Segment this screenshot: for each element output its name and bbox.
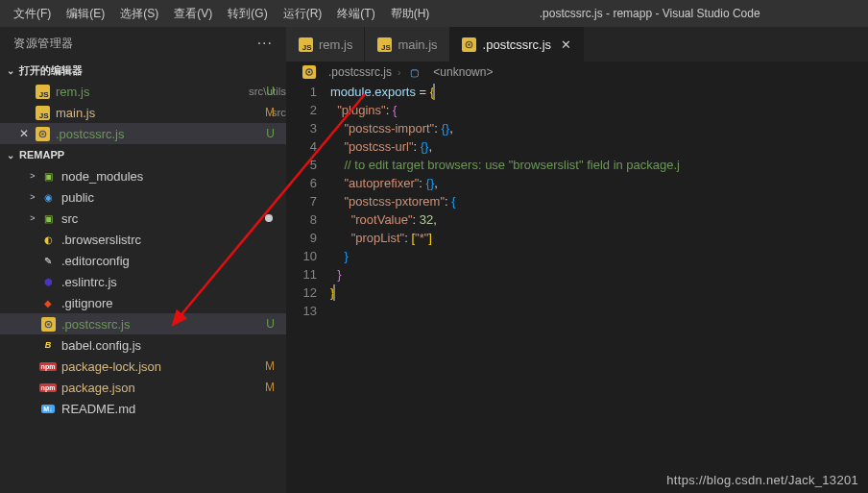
chevron-down-icon: ⌄ <box>4 150 17 160</box>
tab-label: main.js <box>398 37 437 52</box>
close-icon[interactable]: ✕ <box>561 37 571 52</box>
project-header[interactable]: ⌄ REMAPP <box>0 144 286 165</box>
tree-file[interactable]: .postcssrc.jsU <box>0 313 286 334</box>
editor-tab[interactable]: JSrem.js <box>286 27 365 62</box>
markdown-icon: M↓ <box>40 401 56 416</box>
open-editor-item[interactable]: JSrem.jssrc\utilsU <box>0 81 286 102</box>
package-folder-icon: ▣ <box>40 168 56 184</box>
svg-point-11 <box>308 71 310 73</box>
svg-point-2 <box>41 133 44 136</box>
editor-tabs: JSrem.jsJSmain.js.postcssrc.js✕ <box>286 27 868 62</box>
tree-label: package-lock.json <box>61 359 286 374</box>
tree-file[interactable]: npmpackage-lock.jsonM <box>0 356 286 377</box>
tree-folder[interactable]: >◉public <box>0 186 286 208</box>
tree-label: .browserslistrc <box>61 233 286 247</box>
chevron-icon: > <box>27 192 38 202</box>
tree-label: README.md <box>61 402 286 416</box>
symbol-icon: ▢ <box>406 64 422 80</box>
editor-area: JSrem.jsJSmain.js.postcssrc.js✕ .postcss… <box>286 27 868 493</box>
editor-tab[interactable]: .postcssrc.js✕ <box>450 27 585 62</box>
tree-file[interactable]: ◐.browserslistrc <box>0 229 286 250</box>
menu-item[interactable]: 查看(V) <box>166 7 220 20</box>
git-badge: M <box>265 381 275 394</box>
browserslist-icon: ◐ <box>40 232 56 247</box>
svg-point-5 <box>47 323 50 326</box>
src-folder-icon: ▣ <box>40 210 56 226</box>
modified-dot <box>265 214 273 222</box>
chevron-right-icon: › <box>398 67 400 78</box>
svg-point-8 <box>468 43 470 46</box>
js-icon: JS <box>35 84 50 99</box>
tree-label: src <box>61 211 286 226</box>
tab-label: rem.js <box>319 37 352 52</box>
file-label: .postcssrc.js <box>56 127 286 141</box>
git-badge: U <box>266 127 275 140</box>
tree-label: .gitignore <box>61 296 286 310</box>
tree-file[interactable]: M↓README.md <box>0 398 286 419</box>
menu-item[interactable]: 运行(R) <box>276 7 330 20</box>
gear-js-icon <box>40 316 56 332</box>
menu-item[interactable]: 帮助(H) <box>383 7 438 20</box>
git-icon: ◆ <box>40 295 56 310</box>
tree-folder[interactable]: >▣src <box>0 208 286 229</box>
gear-js-icon <box>35 126 50 141</box>
js-icon: JS <box>376 37 392 52</box>
tree-label: public <box>61 190 286 205</box>
file-label: rem.js <box>56 85 243 99</box>
line-gutter: 12345678910111213 <box>286 83 330 320</box>
git-badge: M <box>265 106 275 119</box>
npm-icon: npm <box>40 380 56 395</box>
tree-label: package.json <box>61 381 286 395</box>
menu-bar: 文件(F)编辑(E)选择(S)查看(V)转到(G)运行(R)终端(T)帮助(H)… <box>0 0 868 27</box>
tree-label: node_modules <box>61 169 286 184</box>
editorconfig-icon: ✎ <box>40 253 56 268</box>
chevron-down-icon: ⌄ <box>4 65 17 76</box>
breadcrumb[interactable]: .postcssrc.js › ▢ <unknown> <box>286 62 868 83</box>
open-editor-item[interactable]: JSmain.jssrcM <box>0 102 286 123</box>
more-icon[interactable]: ··· <box>257 35 273 52</box>
npm-icon: npm <box>40 358 56 374</box>
chevron-icon: > <box>27 213 38 223</box>
menu-item[interactable]: 选择(S) <box>112 7 166 20</box>
chevron-icon: > <box>27 171 38 181</box>
tree-file[interactable]: Bbabel.config.js <box>0 334 286 356</box>
tree-file[interactable]: ◆.gitignore <box>0 292 286 313</box>
tree-label: .postcssrc.js <box>61 317 286 332</box>
code-editor[interactable]: 12345678910111213 module.exports = { "pl… <box>286 83 868 320</box>
file-label: main.js <box>56 106 266 120</box>
js-icon: JS <box>298 37 313 52</box>
gear-js-icon <box>462 37 477 52</box>
tree-label: babel.config.js <box>61 338 286 353</box>
tree-label: .eslintrc.js <box>61 275 286 289</box>
explorer-title: 资源管理器 <box>13 37 74 51</box>
code-content[interactable]: module.exports = { "plugins": { "postcss… <box>330 83 868 320</box>
menu-item[interactable]: 文件(F) <box>6 7 59 20</box>
window-title: .postcssrc.js - remapp - Visual Studio C… <box>437 7 862 20</box>
public-folder-icon: ◉ <box>40 189 56 205</box>
open-editors-header[interactable]: ⌄ 打开的编辑器 <box>0 60 286 81</box>
tree-folder[interactable]: >▣node_modules <box>0 165 286 186</box>
tree-label: .editorconfig <box>61 254 286 268</box>
tree-file[interactable]: npmpackage.jsonM <box>0 377 286 398</box>
tree-file[interactable]: ⬢.eslintrc.js <box>0 271 286 292</box>
close-icon[interactable]: ✕ <box>17 127 31 140</box>
git-badge: U <box>266 317 275 331</box>
git-badge: M <box>265 359 275 373</box>
explorer-sidebar: 资源管理器 ··· ⌄ 打开的编辑器 JSrem.jssrc\utilsUJSm… <box>0 27 286 493</box>
tab-label: .postcssrc.js <box>483 37 552 52</box>
watermark: https://blog.csdn.net/Jack_13201 <box>666 473 858 487</box>
editor-tab[interactable]: JSmain.js <box>365 27 449 62</box>
tree-file[interactable]: ✎.editorconfig <box>0 250 286 271</box>
js-icon: JS <box>35 105 50 120</box>
open-editor-item[interactable]: ✕.postcssrc.jsU <box>0 123 286 144</box>
gear-js-icon <box>301 64 317 80</box>
git-badge: U <box>266 85 275 98</box>
eslint-icon: ⬢ <box>40 274 56 289</box>
menu-item[interactable]: 终端(T) <box>329 7 382 20</box>
babel-icon: B <box>40 337 56 353</box>
menu-item[interactable]: 转到(G) <box>220 7 275 20</box>
menu-item[interactable]: 编辑(E) <box>59 7 112 20</box>
